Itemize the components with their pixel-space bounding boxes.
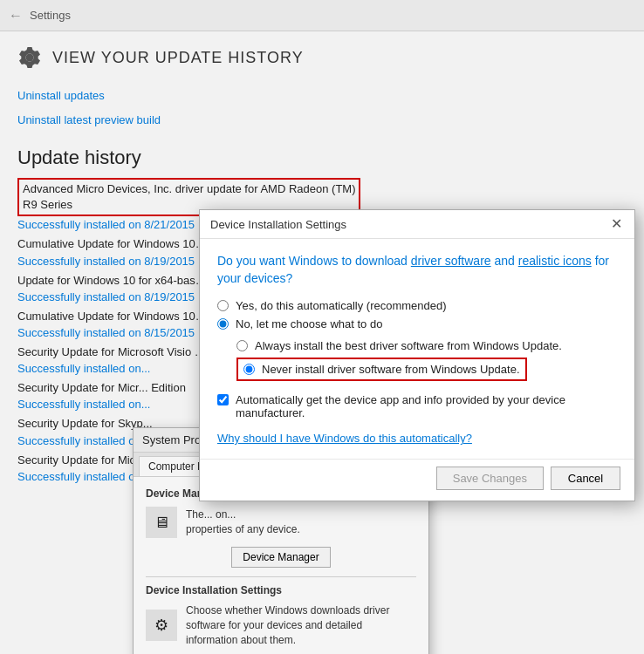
sysprop-device-manager-text: The... on...properties of any device.	[186, 508, 300, 537]
driver-software-link[interactable]: driver software	[411, 254, 491, 268]
radio-no-input[interactable]	[217, 318, 229, 330]
update-status-4: Successfully installed on...	[17, 362, 150, 375]
sub-radio2-input[interactable]	[243, 364, 255, 375]
sub-option2-highlighted: Never install driver software from Windo…	[236, 358, 527, 381]
auto-device-app-checkbox[interactable]	[217, 394, 229, 405]
save-changes-button[interactable]: Save Changes	[436, 467, 544, 490]
update-status-3: Successfully installed on 8/15/2015	[17, 326, 195, 339]
radio-yes-label: Yes, do this automatically (recommended)	[236, 299, 447, 312]
sub-option1-label: Always install the best driver software …	[255, 339, 562, 352]
update-name-1: Cumulative Update for Windows 10 fo... (…	[17, 236, 209, 252]
sub-radio1-input[interactable]	[236, 340, 248, 351]
device-installation-settings-dialog: Device Installation Settings ✕ Do you wa…	[199, 209, 635, 501]
dialog-body: Do you want Windows to download driver s…	[200, 239, 634, 459]
radio-yes-option[interactable]: Yes, do this automatically (recommended)	[217, 299, 617, 312]
update-status-0: Successfully installed on 8/21/2015	[17, 218, 195, 231]
dialog-close-button[interactable]: ✕	[609, 217, 624, 231]
sysprop-device-install-item: ⚙ Choose whether Windows downloads drive…	[146, 603, 416, 647]
links-section: Uninstall updates Uninstall latest previ…	[0, 80, 644, 140]
sub-option2-label: Never install driver software from Windo…	[262, 363, 520, 376]
dialog-footer: Save Changes Cancel	[200, 459, 634, 501]
realistic-icons-link[interactable]: realistic icons	[518, 254, 592, 268]
device-manager-button[interactable]: Device Manager	[231, 547, 330, 568]
update-status-7: Successfully installed on...	[17, 470, 150, 483]
page-title: VIEW YOUR UPDATE HISTORY	[52, 49, 304, 67]
sysprop-device-install-icon: ⚙	[146, 610, 177, 641]
uninstall-preview-link[interactable]: Uninstall latest preview build	[17, 108, 627, 133]
radio-no-label: No, let me choose what to do	[236, 317, 382, 330]
sysprop-content: Device Mana... 🖥 The... on...properties …	[134, 477, 428, 654]
history-title: Update history	[17, 146, 627, 169]
dialog-titlebar: Device Installation Settings ✕	[200, 210, 634, 239]
sysprop-device-manager-item: 🖥 The... on...properties of any device.	[146, 507, 416, 538]
sub-radio-group: Always install the best driver software …	[236, 339, 617, 386]
update-status-1: Successfully installed on 8/19/2015	[17, 255, 195, 268]
top-bar: ← Settings	[0, 0, 644, 31]
update-name-3: Cumulative Update for Windows 10 fo... (…	[17, 309, 209, 324]
uninstall-updates-link[interactable]: Uninstall updates	[17, 84, 627, 108]
top-bar-title: Settings	[30, 9, 71, 22]
back-button[interactable]: ←	[9, 8, 23, 24]
sysprop-section2-title: Device Installation Settings	[146, 584, 416, 596]
update-status-5: Successfully installed on...	[17, 398, 150, 411]
why-windows-link[interactable]: Why should I have Windows do this automa…	[217, 432, 617, 445]
radio-no-option[interactable]: No, let me choose what to do	[217, 317, 617, 330]
update-status-6: Successfully installed on...	[17, 434, 150, 447]
gear-icon	[17, 45, 42, 70]
checkbox-label: Automatically get the device app and inf…	[236, 393, 617, 419]
page-header: VIEW YOUR UPDATE HISTORY	[0, 31, 644, 80]
sub-option1[interactable]: Always install the best driver software …	[236, 339, 617, 352]
dialog-title-text: Device Installation Settings	[210, 218, 346, 231]
update-name-2: Update for Windows 10 for x64-based...	[17, 273, 209, 289]
update-status-2: Successfully installed on 8/19/2015	[17, 290, 195, 303]
dialog-question: Do you want Windows to download driver s…	[217, 253, 617, 287]
update-name-4: Security Update for Microsoft Visio 20..…	[17, 344, 209, 360]
sysprop-device-install-text: Choose whether Windows downloads driver …	[186, 603, 416, 647]
cancel-button[interactable]: Cancel	[551, 467, 620, 490]
auto-device-app-checkbox-row[interactable]: Automatically get the device app and inf…	[217, 393, 617, 419]
update-name-5: Security Update for Micr... Edition	[17, 380, 209, 396]
sysprop-device-manager-icon: 🖥	[146, 507, 177, 538]
radio-yes-input[interactable]	[217, 300, 229, 311]
radio-group: Yes, do this automatically (recommended)…	[217, 299, 617, 330]
